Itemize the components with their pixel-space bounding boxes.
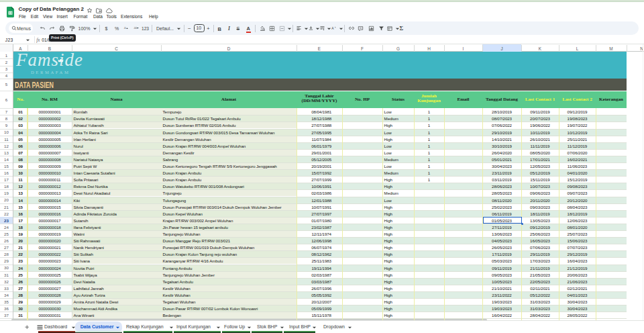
svg-text:A: A — [331, 26, 334, 30]
svg-text:.00: .00 — [133, 26, 138, 30]
svg-text:.0: .0 — [123, 26, 126, 30]
